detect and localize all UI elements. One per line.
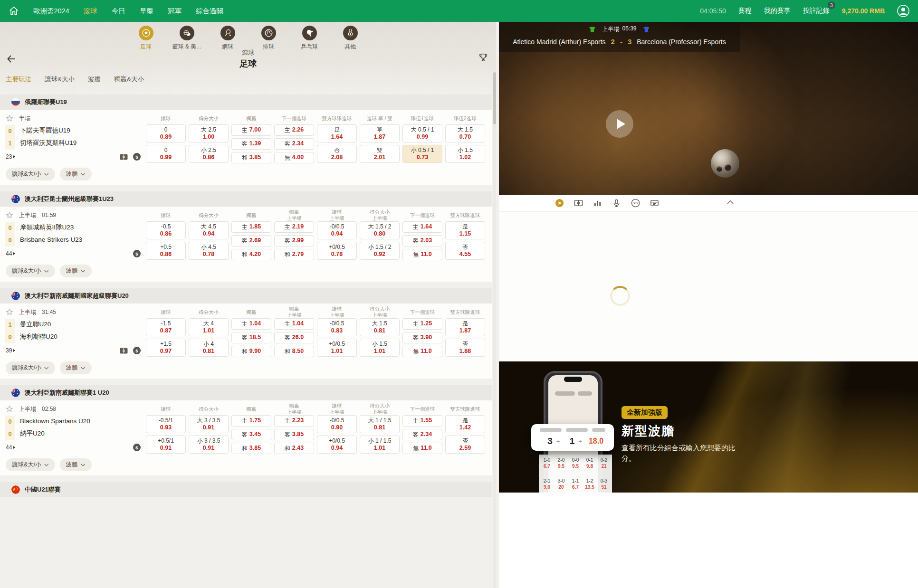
odds-cell[interactable]: 小 1.51.02 xyxy=(445,145,485,163)
nav-item-euro2024[interactable]: 歐洲盃2024 xyxy=(33,7,69,16)
odds-cell[interactable]: 大 1.5 / 20.80 xyxy=(360,221,400,239)
team-name[interactable]: Blacktown Spartans U20 xyxy=(20,415,144,427)
odds-cell[interactable]: 主1.64 xyxy=(402,221,442,233)
league-header[interactable]: 中國U21聯賽 xyxy=(0,482,492,497)
odds-cell[interactable]: 和3.85 xyxy=(231,152,271,163)
tab-correct-score[interactable]: 波膽 xyxy=(88,75,101,84)
live-video[interactable]: 上半場 05:39 Atletico Madrid (Arthur) Espor… xyxy=(499,22,918,195)
odds-cell[interactable]: 客18.5 xyxy=(231,332,271,343)
odds-cell[interactable]: 大 2.51.00 xyxy=(189,124,229,142)
odds-cell[interactable]: -0.5/10.93 xyxy=(146,415,186,433)
odds-cell[interactable]: 主2.26 xyxy=(274,124,314,136)
match-info[interactable]: 00 摩頓城精英II隊U23Brisbane Strikers U23 44 $ xyxy=(0,221,144,260)
team-name[interactable]: 摩頓城精英II隊U23 xyxy=(20,221,144,234)
sport-tab-volleyball[interactable]: 排球 xyxy=(254,26,283,51)
markets-count[interactable]: 23 xyxy=(6,153,15,160)
dollar-icon[interactable]: $ xyxy=(133,153,141,161)
odds-cell[interactable]: 小 1.51.01 xyxy=(360,339,400,357)
odds-cell[interactable]: 小 1 / 1.51.01 xyxy=(360,436,400,454)
tab-handicap-ou[interactable]: 讓球&大小 xyxy=(45,75,75,84)
market-filter-chip[interactable]: 讓球&大/小 xyxy=(6,168,55,180)
odds-cell[interactable]: 客1.39 xyxy=(231,138,271,150)
odds-cell[interactable]: 客3.45 xyxy=(231,429,271,440)
odds-cell[interactable]: 無11.0 xyxy=(402,443,442,454)
mic-icon[interactable] xyxy=(612,199,621,208)
nav-item-today[interactable]: 今日 xyxy=(112,7,125,16)
play-button[interactable] xyxy=(606,110,633,138)
sport-tab-other[interactable]: 其他 xyxy=(335,26,365,51)
odds-cell[interactable]: 是1.15 xyxy=(445,221,485,239)
odds-cell[interactable]: 和8.50 xyxy=(274,346,314,357)
odds-cell[interactable]: 大 1.50.70 xyxy=(445,124,485,142)
match-info[interactable]: 00 Blacktown Spartans U20納平U20 44 $ xyxy=(0,415,144,454)
home-icon[interactable] xyxy=(9,6,19,16)
team-name[interactable]: 切塔羅沃莫斯科U19 xyxy=(20,137,144,149)
odds-cell[interactable]: 主2.23 xyxy=(274,415,314,427)
scrollbar-thumb[interactable] xyxy=(493,72,496,124)
odds-cell[interactable]: 客2.99 xyxy=(274,235,314,247)
market-filter-chip[interactable]: 波膽 xyxy=(60,168,92,180)
favorite-star-icon[interactable] xyxy=(6,405,13,413)
odds-cell[interactable]: -0/0.50.94 xyxy=(317,221,357,239)
market-filter-chip[interactable]: 波膽 xyxy=(60,265,92,277)
market-filter-chip[interactable]: 波膽 xyxy=(60,361,92,374)
league-header[interactable]: 澳大利亞新南威爾斯聯賽1 U20 xyxy=(0,385,492,400)
odds-cell[interactable]: 主1.75 xyxy=(231,415,271,427)
odds-cell[interactable]: 和9.90 xyxy=(231,346,271,357)
odds-cell[interactable]: -1.50.87 xyxy=(146,318,186,336)
odds-cell[interactable]: +0/0.51.01 xyxy=(317,339,357,357)
odds-cell[interactable]: 大 41.01 xyxy=(189,318,229,336)
promo-banner[interactable]: - 3 + - 1 + 18.0 1-06.72-09.50-09.50-19.… xyxy=(499,361,918,493)
odds-cell[interactable]: 客2.34 xyxy=(402,429,442,440)
odds-cell[interactable]: 小 2.50.86 xyxy=(189,145,229,163)
league-header[interactable]: 澳大利亞新南威爾斯國家超級聯賽U20 xyxy=(0,288,492,303)
sport-tab-tabletennis[interactable]: 乒乓球 xyxy=(295,26,324,51)
odds-cell[interactable]: 無4.00 xyxy=(274,152,314,163)
odds-cell[interactable]: 主1.25 xyxy=(402,318,442,330)
odds-cell[interactable]: 大 0.5 / 10.99 xyxy=(402,124,442,142)
odds-cell[interactable]: +0.5/10.91 xyxy=(146,436,186,454)
odds-cell[interactable]: 雙2.01 xyxy=(360,145,400,163)
stream-play-icon[interactable] xyxy=(555,199,564,208)
market-filter-chip[interactable]: 讓球&大/小 xyxy=(6,265,55,277)
match-info[interactable]: 10 曼立聯U20海利斯聯U20 39 $ xyxy=(0,318,144,357)
trophy-filter-icon[interactable] xyxy=(478,52,488,63)
markets-count[interactable]: 44 xyxy=(6,250,15,257)
odds-cell[interactable]: 主2.19 xyxy=(274,221,314,233)
odds-cell[interactable]: 否1.88 xyxy=(445,339,485,357)
odds-cell[interactable]: -0/0.50.83 xyxy=(317,318,357,336)
odds-cell[interactable]: 大 3 / 3.50.91 xyxy=(189,415,229,433)
odds-cell[interactable]: 大 4.50.94 xyxy=(189,221,229,239)
odds-cell[interactable]: 否4.55 xyxy=(445,242,485,260)
odds-cell[interactable]: 無11.0 xyxy=(402,249,442,260)
odds-cell[interactable]: 客3.85 xyxy=(274,429,314,440)
team-name[interactable]: 曼立聯U20 xyxy=(20,318,144,331)
nav-item-champion[interactable]: 冠軍 xyxy=(168,7,182,16)
odds-cell[interactable]: 大 1.50.81 xyxy=(360,318,400,336)
league-header[interactable]: 俄羅斯聯賽U19 xyxy=(0,95,492,110)
odds-cell[interactable]: 否2.08 xyxy=(317,145,357,163)
odds-cell[interactable]: 00.99 xyxy=(146,145,186,163)
odds-cell[interactable]: 和2.79 xyxy=(274,249,314,260)
pitch-tracker-icon[interactable] xyxy=(120,348,128,354)
odds-cell[interactable]: 小 3 / 3.50.91 xyxy=(189,436,229,454)
match-info[interactable]: 01 下諾夫哥羅德U19切塔羅沃莫斯科U19 23 $ xyxy=(0,124,144,163)
odds-cell[interactable]: 主1.85 xyxy=(231,221,271,233)
odds-cell[interactable]: 否2.59 xyxy=(445,436,485,454)
odds-cell[interactable]: -0/0.50.90 xyxy=(317,415,357,433)
odds-cell[interactable]: 客3.90 xyxy=(402,332,442,343)
sport-tab-tennis[interactable]: 網球 xyxy=(213,26,242,51)
nav-item-parlay[interactable]: 綜合過關 xyxy=(196,7,223,16)
odds-cell[interactable]: +0/0.50.78 xyxy=(317,242,357,260)
team-name[interactable]: 納平U20 xyxy=(20,427,144,440)
dollar-icon[interactable]: $ xyxy=(133,250,141,257)
versus-icon[interactable]: VS xyxy=(631,199,640,208)
pitch-tracker-icon[interactable] xyxy=(120,154,128,160)
favorite-star-icon[interactable] xyxy=(6,114,13,122)
tab-main-markets[interactable]: 主要玩法 xyxy=(6,75,31,84)
team-name[interactable]: 下諾夫哥羅德U19 xyxy=(20,124,144,137)
odds-cell[interactable]: 小 1.5 / 20.92 xyxy=(360,242,400,260)
odds-cell[interactable]: 客26.0 xyxy=(274,332,314,343)
odds-cell[interactable]: 是1.42 xyxy=(445,415,485,433)
odds-cell[interactable]: 和4.20 xyxy=(231,249,271,260)
